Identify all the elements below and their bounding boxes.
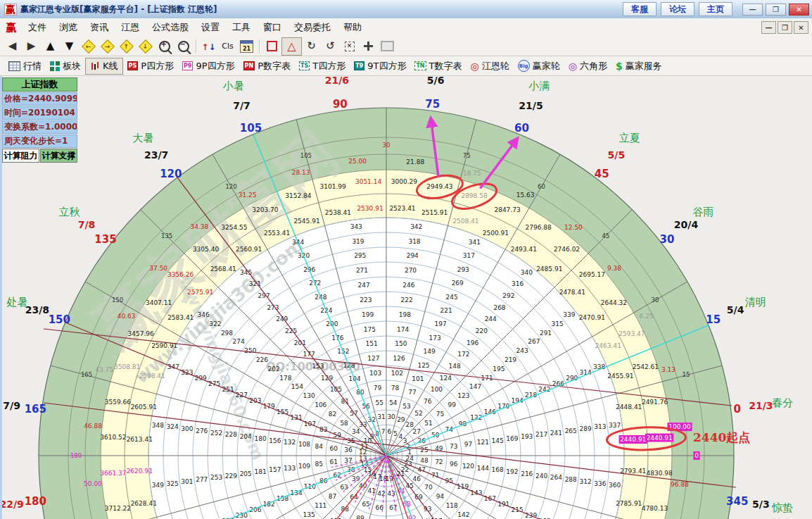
- inner-price-value: 2470.91: [579, 314, 605, 321]
- spiral-number: 174: [397, 326, 409, 333]
- spiral-number: 341: [469, 239, 481, 246]
- mdi-button-0[interactable]: —: [761, 21, 776, 34]
- spiral-number: 73: [450, 443, 457, 450]
- view-button-赢家服务[interactable]: $赢家服务: [611, 58, 666, 74]
- delete-box-icon[interactable]: ✕: [340, 38, 359, 55]
- solar-term-label: 立夏: [619, 132, 640, 144]
- spiral-number: 265: [565, 427, 577, 434]
- menu-item-5[interactable]: 设置: [195, 19, 226, 36]
- view-button-行情[interactable]: 行情: [4, 58, 46, 74]
- menu-item-9[interactable]: 帮助: [337, 19, 368, 36]
- view-label: T四方形: [312, 60, 345, 73]
- highlight-chip-label: 2440.91: [647, 434, 673, 442]
- spiral-number: 125: [417, 362, 429, 369]
- back-arrow-icon[interactable]: ◀: [3, 38, 22, 55]
- menu-item-4[interactable]: 公式选股: [146, 19, 195, 36]
- gann-wheel-chart[interactable]: 赢家财富网www.yingjia360.comwww.yingjia360.co…: [0, 76, 812, 519]
- view-button-9P四方形[interactable]: P99P四方形: [178, 58, 239, 74]
- spiral-number: 77: [408, 389, 416, 396]
- view-button-江恩轮[interactable]: ◎江恩轮: [467, 58, 514, 74]
- spiral-number: 240: [535, 473, 547, 480]
- spiral-number: 267: [528, 338, 540, 345]
- close-button[interactable]: ✕: [789, 4, 809, 15]
- spiral-number: 127: [367, 355, 379, 362]
- menu-logo-icon: 赢: [6, 21, 16, 35]
- outer-price-value: 2593.47: [618, 330, 645, 337]
- solar-term-label: 立秋: [58, 206, 80, 218]
- diamond-left-icon[interactable]: ←: [79, 38, 98, 55]
- outer-price-value: 2695.17: [579, 271, 605, 278]
- updown-icon[interactable]: ↑↓: [199, 38, 218, 55]
- menu-item-7[interactable]: 窗口: [257, 19, 288, 36]
- view-button-六角形[interactable]: ◎六角形: [564, 58, 611, 74]
- cls-button[interactable]: Cls: [218, 38, 237, 55]
- view-button-赢家轮[interactable]: Big赢家轮: [514, 58, 564, 74]
- menu-item-1[interactable]: 浏览: [53, 19, 84, 36]
- date-label: 7/7: [233, 100, 250, 111]
- zoom-out-icon[interactable]: −: [174, 38, 193, 55]
- spiral-number: 52: [414, 410, 422, 417]
- diamond-down-icon[interactable]: ↓: [136, 38, 155, 55]
- spiral-number: 142: [457, 511, 469, 518]
- mdi-button-1[interactable]: ❐: [778, 21, 792, 34]
- view-button-板块[interactable]: 板块: [46, 58, 85, 74]
- chip-icon-TN: TN: [414, 61, 426, 70]
- green-value: 25.00: [348, 158, 367, 165]
- menu-item-8[interactable]: 交易委托: [288, 19, 337, 36]
- menu-item-6[interactable]: 工具: [226, 19, 257, 36]
- fit-icon[interactable]: [359, 38, 378, 55]
- green-value: 18.75: [463, 170, 481, 177]
- title-link-1[interactable]: 论坛: [661, 2, 694, 16]
- view-button-K线[interactable]: K线: [85, 58, 123, 75]
- solar-term-label: 春分: [772, 396, 793, 409]
- view-button-9T四方形[interactable]: T99T四方形: [350, 58, 410, 74]
- title-link-2[interactable]: 主页: [699, 2, 732, 16]
- market-grid-icon: [8, 61, 20, 71]
- diamond-right-icon-glyph: →: [101, 39, 115, 54]
- solar-term-label: 大暑: [132, 132, 153, 144]
- diamond-right-icon[interactable]: →: [98, 38, 117, 55]
- minimize-button[interactable]: —: [742, 4, 763, 15]
- calendar-icon[interactable]: 21: [237, 38, 256, 55]
- spiral-number: 178: [279, 375, 291, 382]
- triangle-tool-icon[interactable]: △: [281, 37, 302, 56]
- degree-label: 75: [463, 152, 471, 159]
- view-button-P数字表[interactable]: PNP数字表: [239, 58, 295, 74]
- forward-arrow-icon[interactable]: ▶: [22, 38, 41, 55]
- title-link-0[interactable]: 客服: [623, 2, 656, 16]
- degree-label: 105: [300, 152, 312, 159]
- view-button-T四方形[interactable]: TST四方形: [295, 58, 350, 74]
- view-button-T数字表[interactable]: TNT数字表: [410, 58, 466, 74]
- inner-price-value: 2508.41: [452, 218, 478, 225]
- outer-degree-label: 345: [726, 495, 748, 508]
- mdi-button-2[interactable]: ✕: [794, 21, 808, 34]
- spiral-number: 84: [315, 443, 324, 450]
- kline-icon: [90, 61, 100, 71]
- up-triangle-icon[interactable]: ▲: [41, 38, 60, 55]
- rotate-cw-icon[interactable]: ↻: [302, 38, 321, 55]
- spiral-number: 28: [405, 421, 414, 428]
- outer-price-value: 3559.66: [105, 399, 131, 406]
- down-triangle-icon[interactable]: ▼: [60, 38, 79, 55]
- menu-item-0[interactable]: 文件: [22, 19, 53, 36]
- panel-row-0: 价格=2440.9099: [2, 92, 77, 106]
- restore-button[interactable]: ❐: [766, 4, 786, 15]
- panel-button-0[interactable]: 计算阻力: [2, 149, 39, 163]
- view-button-P四方形[interactable]: PSP四方形: [123, 58, 178, 74]
- square-tool-icon[interactable]: [262, 38, 281, 55]
- screen-icon[interactable]: [378, 38, 397, 55]
- menu-item-3[interactable]: 江恩: [115, 19, 146, 36]
- menu-item-2[interactable]: 资讯: [84, 19, 115, 36]
- inner-price-value: 2628.41: [131, 500, 157, 507]
- spiral-number: 150: [395, 340, 407, 347]
- date-label: 21/6: [325, 76, 349, 86]
- panel-button-1[interactable]: 计算支撑: [40, 149, 77, 163]
- rotate-ccw-icon[interactable]: ↺: [321, 38, 340, 55]
- date-label: 5/3: [752, 499, 770, 510]
- inner-price-value: 2583.41: [167, 314, 194, 321]
- diamond-up-icon[interactable]: ↑: [117, 38, 136, 55]
- spiral-number: 221: [440, 307, 452, 314]
- zoom-in-icon[interactable]: +: [155, 38, 174, 55]
- outer-price-value: 3457.96: [128, 330, 154, 337]
- gann-wheel-canvas[interactable]: 赢家财富网www.yingjia360.comwww.yingjia360.co…: [0, 76, 812, 519]
